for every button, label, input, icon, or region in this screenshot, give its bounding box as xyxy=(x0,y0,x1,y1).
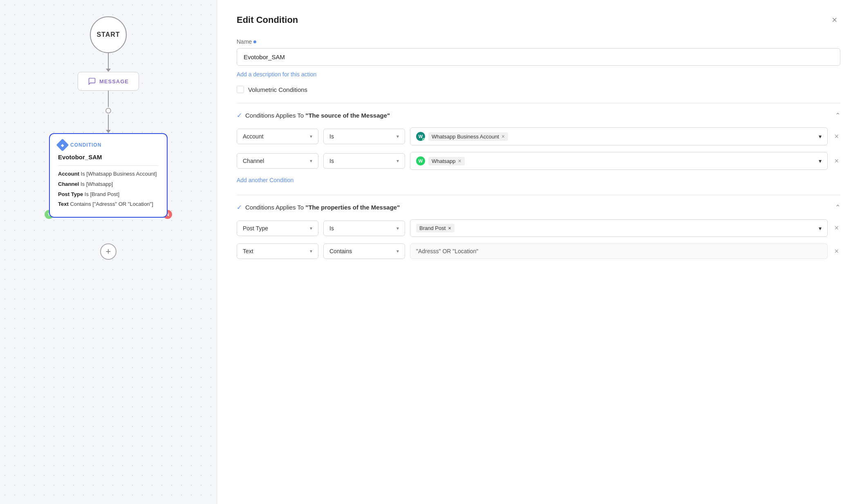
condition-rule-3: Text Contains ["Adresss" OR "Location"] xyxy=(58,200,159,209)
text-field-select[interactable]: Text ▾ xyxy=(237,243,318,259)
condition-divider xyxy=(58,165,159,166)
channel-tag: Whatsapp × xyxy=(428,157,465,165)
posttype-value-chevron: ▾ xyxy=(819,225,822,232)
condition-node[interactable]: ◆ CONDITION Evotobor_SAM Account Is [Wha… xyxy=(49,133,168,218)
flow-line-3 xyxy=(108,114,109,131)
channel-value-box[interactable]: W Whatsapp × ▾ xyxy=(410,152,828,170)
posttype-operator-select[interactable]: Is ▾ xyxy=(323,221,405,236)
volumetric-checkbox-row: Volumetric Conditions xyxy=(237,86,840,93)
check-icon-2: ✓ xyxy=(237,203,242,211)
close-button[interactable]: × xyxy=(829,13,840,27)
channel-tag-remove[interactable]: × xyxy=(458,158,461,164)
message-node-label: MESSAGE xyxy=(99,78,129,85)
channel-field-chevron: ▾ xyxy=(310,158,312,164)
condition-node-label: CONDITION xyxy=(70,142,101,148)
condition-row-account: Account ▾ Is ▾ W Whatsapp Business Accou… xyxy=(237,127,840,145)
posttype-row-delete[interactable]: × xyxy=(833,222,840,234)
text-value-box[interactable]: "Adresss" OR "Location" xyxy=(410,243,828,259)
account-field-select[interactable]: Account ▾ xyxy=(237,129,318,144)
divider-1 xyxy=(237,103,840,103)
channel-operator-select[interactable]: Is ▾ xyxy=(323,153,405,169)
required-indicator xyxy=(253,40,256,43)
flow-line-1 xyxy=(108,53,109,69)
condition-header: ◆ CONDITION xyxy=(58,140,159,149)
flow-dot xyxy=(105,108,111,114)
divider-2 xyxy=(237,195,840,195)
posttype-operator-chevron: ▾ xyxy=(396,225,399,231)
wa-badge xyxy=(422,138,425,141)
brand-post-tag: Brand Post × xyxy=(416,224,455,232)
account-field-chevron: ▾ xyxy=(310,134,312,139)
condition-row-channel: Channel ▾ Is ▾ W Whatsapp × ▾ × xyxy=(237,152,840,170)
flow-line-2 xyxy=(108,91,109,107)
account-tag: Whatsapp Business Account × xyxy=(428,132,508,141)
text-operator-chevron: ▾ xyxy=(396,248,399,254)
text-field-chevron: ▾ xyxy=(310,248,312,254)
posttype-value-box[interactable]: Brand Post × ▾ xyxy=(410,219,828,237)
whatsapp-business-avatar: W xyxy=(416,132,425,141)
condition-rule-1: Channel Is [Whatsapp] xyxy=(58,180,159,189)
message-node[interactable]: MESSAGE xyxy=(78,72,139,91)
section1-title: ✓ Conditions Applies To "The source of t… xyxy=(237,112,390,119)
account-value-box[interactable]: W Whatsapp Business Account × ▾ xyxy=(410,127,828,145)
section1-header[interactable]: ✓ Conditions Applies To "The source of t… xyxy=(237,112,840,119)
account-tag-remove[interactable]: × xyxy=(502,134,505,139)
account-operator-chevron: ▾ xyxy=(396,134,399,139)
condition-row-posttype: Post Type ▾ Is ▾ Brand Post × ▾ × xyxy=(237,219,840,237)
condition-rule-2: Post Type Is [Brand Post] xyxy=(58,190,159,199)
account-operator-select[interactable]: Is ▾ xyxy=(323,129,405,144)
section2-header[interactable]: ✓ Conditions Applies To "The properties … xyxy=(237,203,840,211)
edit-panel: Edit Condition × Name Add a description … xyxy=(217,0,860,504)
volumetric-label: Volumetric Conditions xyxy=(248,86,307,93)
condition-diamond-icon: ◆ xyxy=(56,138,69,151)
brand-post-tag-remove[interactable]: × xyxy=(448,225,451,231)
section2-chevron: ⌃ xyxy=(835,203,840,211)
check-icon-1: ✓ xyxy=(237,112,242,119)
add-description-link[interactable]: Add a description for this action xyxy=(237,71,316,78)
add-flow-button[interactable]: + xyxy=(100,235,116,260)
account-value-chevron: ▾ xyxy=(819,133,822,140)
whatsapp-avatar: W xyxy=(416,156,425,165)
start-node: START xyxy=(90,16,127,53)
posttype-field-select[interactable]: Post Type ▾ xyxy=(237,221,318,236)
flow-panel: START MESSAGE ◆ CONDITION Evotobor_SAM xyxy=(0,0,217,504)
panel-header: Edit Condition × xyxy=(237,13,840,27)
volumetric-checkbox[interactable] xyxy=(237,86,244,93)
condition-row-text: Text ▾ Contains ▾ "Adresss" OR "Location… xyxy=(237,243,840,259)
flow-arrow-1 xyxy=(106,69,111,72)
text-value-label: "Adresss" OR "Location" xyxy=(416,248,478,254)
add-condition-link[interactable]: Add another Condition xyxy=(237,177,293,183)
posttype-field-chevron: ▾ xyxy=(310,225,312,231)
channel-value-chevron: ▾ xyxy=(819,158,822,164)
message-icon xyxy=(88,77,96,85)
text-row-delete[interactable]: × xyxy=(833,245,840,257)
channel-operator-chevron: ▾ xyxy=(396,158,399,164)
account-row-delete[interactable]: × xyxy=(833,131,840,143)
panel-title: Edit Condition xyxy=(237,15,298,25)
flow-arrow-2 xyxy=(106,130,111,133)
channel-row-delete[interactable]: × xyxy=(833,155,840,167)
channel-field-select[interactable]: Channel ▾ xyxy=(237,153,318,169)
condition-node-name: Evotobor_SAM xyxy=(58,154,159,161)
name-field-label: Name xyxy=(237,38,840,45)
section2-title: ✓ Conditions Applies To "The properties … xyxy=(237,203,400,211)
text-operator-select[interactable]: Contains ▾ xyxy=(323,243,405,259)
name-input[interactable] xyxy=(237,48,840,66)
section1-chevron: ⌃ xyxy=(835,112,840,119)
condition-rule-0: Account Is [Whatsapp Business Account] xyxy=(58,170,159,178)
